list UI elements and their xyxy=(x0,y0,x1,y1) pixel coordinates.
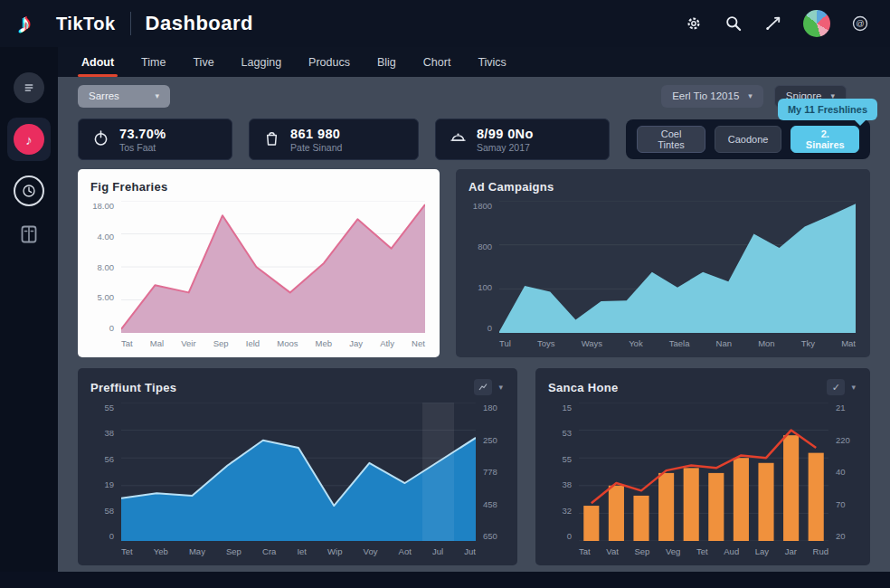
tab-tive[interactable]: Tive xyxy=(193,47,213,77)
x-tick-label: Tat xyxy=(121,338,133,348)
x-tick-label: Veir xyxy=(181,338,195,348)
x-tick-label: Wip xyxy=(327,546,342,556)
x-tick-label: Yeb xyxy=(154,546,168,556)
bag-icon xyxy=(262,128,281,151)
avatar[interactable] xyxy=(803,10,830,37)
topbar-actions: @ xyxy=(684,10,870,37)
chevron-down-icon[interactable]: ▾ xyxy=(498,383,503,392)
x-tick-label: Aot xyxy=(399,546,412,556)
x-tick-label: Sep xyxy=(226,546,241,556)
y-tick-label: 56 xyxy=(90,454,114,464)
chart-title: Ad Campaigns xyxy=(469,180,554,194)
charts-row-1: Fig Freharies My 11 Freshlines 18.004.00… xyxy=(78,169,870,357)
y-tick-label: 55 xyxy=(548,454,572,464)
chevron-down-icon[interactable]: ▾ xyxy=(851,383,856,392)
tab-time[interactable]: Time xyxy=(141,47,166,77)
x-tick-label: Mon xyxy=(758,338,774,348)
y-tick-label: 0 xyxy=(90,323,114,333)
y-tick-label: 55 xyxy=(90,403,114,413)
topbar: ♪♪♪ TikTok Dashboard @ xyxy=(0,0,890,47)
x-tick-label: Taela xyxy=(669,338,690,348)
stat-value: 861 980 xyxy=(290,127,342,141)
x-tick-label: Ield xyxy=(246,338,260,348)
mention-icon[interactable]: @ xyxy=(850,14,870,33)
music-icon: ♪ xyxy=(14,124,44,155)
y-tick-label: 21 xyxy=(836,403,856,413)
tab-producs[interactable]: Producs xyxy=(308,47,350,77)
settings-icon[interactable] xyxy=(684,14,704,33)
header-divider xyxy=(130,12,131,35)
y-tick-label: 458 xyxy=(483,499,503,509)
y-tick-label: 778 xyxy=(483,467,503,477)
y-tick-label: 1800 xyxy=(469,201,492,211)
y-tick-label: 53 xyxy=(548,428,572,438)
sidebar-item-menu[interactable] xyxy=(14,72,44,103)
x-tick-label: Mat xyxy=(841,338,856,348)
x-tick-label: Meb xyxy=(316,338,332,348)
y-tick-label: 19 xyxy=(90,479,114,489)
x-tick-label: Tet xyxy=(696,546,708,556)
y-tick-label: 70 xyxy=(836,499,856,509)
y-tick-label: 40 xyxy=(836,467,856,477)
sources-dropdown[interactable]: Sarres ▾ xyxy=(78,85,170,108)
page-title: Dashboard xyxy=(146,12,253,35)
y-tick-label: 5.00 xyxy=(90,292,114,302)
plot-region xyxy=(121,201,425,333)
y-tick-label: 18.00 xyxy=(90,201,114,211)
area-chart xyxy=(121,201,425,333)
chart-tooltip: My 11 Freshlines xyxy=(778,99,877,120)
active-highlight: ♪ xyxy=(7,118,51,161)
sinaires-button[interactable]: 2. Sinaires xyxy=(791,126,859,153)
chevron-down-icon: ▾ xyxy=(748,91,753,100)
tab-chort[interactable]: Chort xyxy=(423,47,451,77)
stat-label: Samay 2017 xyxy=(477,142,534,153)
trend-arrow-icon[interactable] xyxy=(763,14,783,33)
date-range-dropdown[interactable]: Eerl Tio 12015 ▾ xyxy=(661,85,763,108)
x-tick-label: Iet xyxy=(297,546,307,556)
tab-blig[interactable]: Blig xyxy=(377,47,396,77)
sidebar-item-music-active[interactable]: ♪ xyxy=(7,118,51,161)
x-axis-labels: TulToysWaysYokTaelaNanMonTkyMat xyxy=(469,338,856,348)
mini-chart-icon[interactable] xyxy=(474,379,492,395)
stat-value: 73.70% xyxy=(119,127,166,141)
filter-row: Sarres ▾ Eerl Tio 12015 ▾ Snigore ▾ xyxy=(78,84,870,108)
chart-title: Preffiunt Tipes xyxy=(90,381,176,394)
main-content: Sarres ▾ Eerl Tio 12015 ▾ Snigore ▾ xyxy=(58,77,890,572)
x-tick-label: Jul xyxy=(432,546,443,556)
stat-label: Pate Sinand xyxy=(290,142,342,153)
y-tick-label: 4.00 xyxy=(90,232,114,242)
plot-region xyxy=(121,403,476,541)
stats-row: 73.70% Tos Faat 861 980 Pate Sinand 8/ xyxy=(78,119,870,160)
x-tick-label: Tat xyxy=(579,546,591,556)
tab-bar: Adout Time Tive Lagging Producs Blig Cho… xyxy=(58,47,890,77)
stat-card-summary: 8/99 0No Samay 2017 xyxy=(435,119,610,160)
x-tick-label: Mal xyxy=(150,338,164,348)
chart-card-preffiunt-tipes: Preffiunt Tipes ▾ 55385619580 180250778 xyxy=(78,368,517,565)
date-range-value: Eerl Tio 12015 xyxy=(672,90,739,101)
tab-tivics[interactable]: Tivics xyxy=(478,47,506,77)
chart-card-ad-campaigns: Ad Campaigns 18008001000 TulToysWaysYokT… xyxy=(456,169,870,357)
tab-adout[interactable]: Adout xyxy=(81,47,114,77)
x-tick-label: May xyxy=(189,546,205,556)
caodone-button[interactable]: Caodone xyxy=(715,126,782,153)
x-tick-label: Tet xyxy=(121,546,133,556)
tab-lagging[interactable]: Lagging xyxy=(241,47,282,77)
x-axis-labels: TatMalVeirSepIeldMoosMebJayAtlyNet xyxy=(90,338,425,348)
x-tick-label: Cra xyxy=(262,546,276,556)
coel-tintes-button[interactable]: Coel Tintes xyxy=(637,126,705,153)
y-tick-label: 8.00 xyxy=(90,262,114,272)
basket-icon xyxy=(449,128,468,151)
x-tick-label: Rud xyxy=(813,546,828,556)
search-icon[interactable] xyxy=(724,14,743,33)
stat-button-group: Coel Tintes Caodone 2. Sinaires xyxy=(626,119,870,159)
sidebar-item-library[interactable] xyxy=(15,221,43,248)
check-icon[interactable]: ✓ xyxy=(827,379,845,395)
y-axis-labels: 18.004.008.005.000 xyxy=(90,201,121,333)
chart-area: 15535538320 21220407020 xyxy=(548,403,856,541)
sidebar-item-history[interactable] xyxy=(14,175,44,206)
y-axis-labels-right: 180250778458650 xyxy=(476,403,503,541)
y-axis-labels-left: 55385619580 xyxy=(90,403,121,541)
sidebar: ♪ xyxy=(0,47,58,588)
x-tick-label: Yok xyxy=(629,338,643,348)
y-axis-labels: 18008001000 xyxy=(469,201,499,333)
